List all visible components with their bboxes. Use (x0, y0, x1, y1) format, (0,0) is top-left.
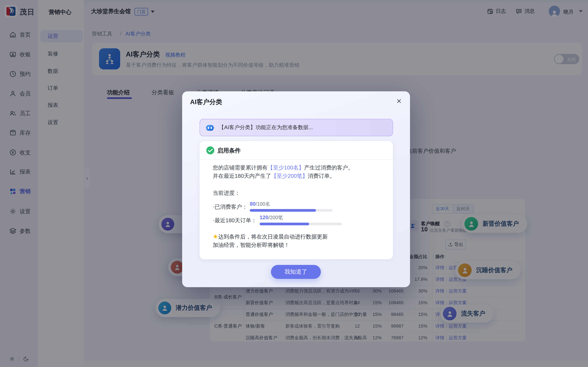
banner-text: 【AI客户分类】功能正在为您准备数据... (219, 124, 313, 131)
progress-track (250, 209, 333, 212)
progress-label-customers: ·已消费客户： (213, 203, 247, 210)
modal-title: AI客户分类 (190, 98, 222, 106)
progress-track (259, 223, 342, 225)
enable-conditions-card: 启用条件 您的店铺需要累计拥有【至少100名】产生过消费的客户。 并在最近180… (199, 141, 393, 259)
check-circle-icon (206, 146, 215, 155)
progress-value-orders: 120/200笔 (259, 214, 283, 221)
app-root: 茂日 首页 收银 预约 会员 员工 库存 收支 报表 营销 设置 参 (0, 0, 588, 367)
star-icon: ★ (213, 233, 218, 240)
note-line-1: ★达到条件后，将在次日凌晨自动进行数据更新 (213, 233, 328, 241)
progress-fill (259, 223, 309, 225)
progress-label-orders: ·最近180天订单： (213, 217, 257, 224)
condition-line-2: 并在最近180天内产生了【至少200笔】消费订单。 (213, 173, 335, 180)
progress-value-customers: 80/100名 (250, 201, 270, 208)
note-line-2: 加油经营，智能分析即将解锁！ (213, 242, 290, 249)
robot-icon (205, 123, 215, 133)
preparing-data-banner: 【AI客户分类】功能正在为您准备数据... (199, 119, 393, 136)
close-icon[interactable]: ✕ (396, 97, 402, 105)
confirm-button[interactable]: 我知道了 (271, 265, 321, 279)
condition-line-1: 您的店铺需要累计拥有【至少100名】产生过消费的客户。 (213, 164, 353, 171)
progress-title: 当前进度： (213, 190, 240, 197)
conditions-title: 启用条件 (217, 147, 241, 155)
ai-classification-modal: AI客户分类 ✕ 【AI客户分类】功能正在为您准备数据... 启用条件 您的店铺… (182, 91, 410, 287)
progress-fill (250, 209, 316, 212)
